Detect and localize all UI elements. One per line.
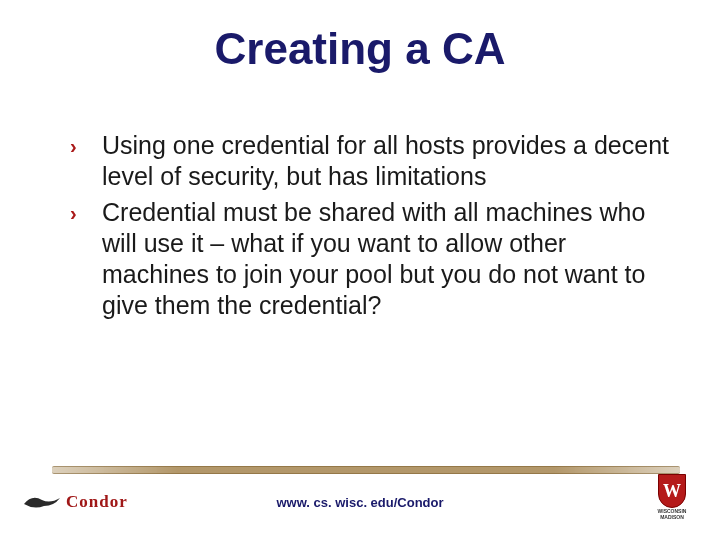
uw-logo-text-2: MADISON	[660, 515, 684, 520]
chevron-icon: ›	[70, 201, 77, 226]
bullet-item: › Using one credential for all hosts pro…	[70, 130, 670, 193]
uw-crest-icon: W	[658, 474, 686, 508]
bullet-text: Using one credential for all hosts provi…	[102, 131, 669, 190]
slide-title: Creating a CA	[0, 24, 720, 74]
slide-body: › Using one credential for all hosts pro…	[70, 130, 670, 326]
divider	[52, 466, 680, 474]
chevron-icon: ›	[70, 134, 77, 159]
uw-crest-letter: W	[663, 481, 681, 502]
slide: Creating a CA › Using one credential for…	[0, 0, 720, 540]
bullet-text: Credential must be shared with all machi…	[102, 198, 645, 320]
uw-logo: W WISCONSIN MADISON	[648, 474, 696, 520]
condor-logo: Condor	[22, 492, 128, 512]
bullet-item: › Credential must be shared with all mac…	[70, 197, 670, 322]
condor-bird-icon	[22, 492, 62, 512]
condor-logo-text: Condor	[66, 492, 128, 512]
